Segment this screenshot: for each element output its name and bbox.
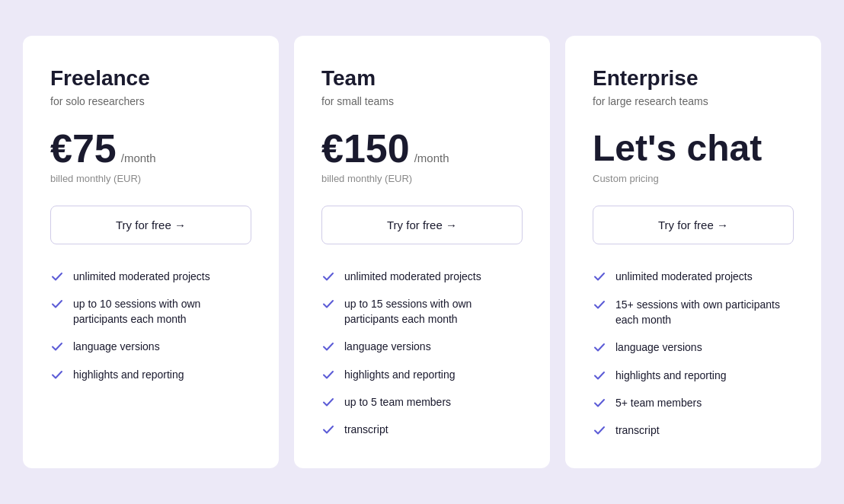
features-list: unlimited moderated projects up to 10 se…: [50, 269, 251, 382]
check-icon: [593, 368, 606, 382]
check-icon: [321, 340, 335, 353]
feature-item: language versions: [593, 340, 794, 355]
feature-text: highlights and reporting: [73, 367, 184, 382]
check-icon: [50, 340, 64, 353]
feature-text: unlimited moderated projects: [344, 269, 481, 284]
feature-item: highlights and reporting: [321, 367, 523, 382]
pricing-container: Freelancefor solo researchers€75/monthbi…: [15, 28, 829, 477]
feature-item: transcript: [593, 423, 794, 438]
plan-subtitle: for small teams: [321, 95, 523, 107]
plan-name: Team: [321, 66, 523, 91]
pricing-card-freelance: Freelancefor solo researchers€75/monthbi…: [23, 36, 279, 469]
price-period: /month: [121, 152, 156, 164]
feature-text: language versions: [344, 339, 431, 354]
check-icon: [593, 340, 606, 354]
price-billing: billed monthly (EUR): [50, 173, 251, 184]
custom-pricing-label: Custom pricing: [593, 173, 794, 184]
feature-text: up to 10 sessions with own participants …: [73, 296, 251, 327]
price-billing: billed monthly (EUR): [321, 173, 523, 184]
feature-item: language versions: [50, 339, 251, 354]
price-row: €75/month: [50, 129, 251, 168]
price-amount: €150: [321, 129, 410, 168]
feature-item: up to 15 sessions with own participants …: [321, 296, 523, 327]
feature-text: 15+ sessions with own participants each …: [615, 297, 794, 328]
price-period: /month: [414, 152, 449, 164]
plan-name: Enterprise: [593, 66, 794, 91]
plan-subtitle: for solo researchers: [50, 95, 251, 107]
check-icon: [321, 270, 335, 283]
feature-text: transcript: [615, 423, 660, 438]
check-icon: [593, 298, 606, 311]
plan-subtitle: for large research teams: [593, 95, 794, 107]
feature-item: unlimited moderated projects: [321, 269, 523, 284]
feature-text: up to 5 team members: [344, 394, 451, 410]
check-icon: [593, 396, 606, 410]
feature-item: unlimited moderated projects: [593, 269, 794, 284]
feature-text: unlimited moderated projects: [73, 269, 210, 284]
feature-text: up to 15 sessions with own participants …: [344, 296, 523, 327]
check-icon: [321, 297, 335, 311]
enterprise-price: Let's chat: [593, 129, 794, 169]
pricing-card-team: Teamfor small teams€150/monthbilled mont…: [294, 36, 550, 469]
check-icon: [321, 423, 335, 436]
try-free-button-team[interactable]: Try for free →: [321, 206, 523, 244]
check-icon: [50, 297, 64, 311]
features-list: unlimited moderated projects 15+ session…: [593, 269, 794, 438]
feature-text: transcript: [344, 422, 388, 437]
feature-text: language versions: [615, 340, 702, 355]
feature-item: 5+ team members: [593, 395, 794, 410]
feature-item: transcript: [321, 422, 523, 437]
feature-text: 5+ team members: [615, 395, 702, 410]
check-icon: [50, 368, 64, 381]
price-amount: €75: [50, 129, 117, 168]
check-icon: [321, 395, 335, 409]
feature-text: highlights and reporting: [344, 367, 456, 382]
feature-text: highlights and reporting: [615, 368, 727, 383]
check-icon: [50, 270, 64, 283]
feature-item: 15+ sessions with own participants each …: [593, 297, 794, 328]
check-icon: [593, 423, 606, 437]
feature-item: up to 10 sessions with own participants …: [50, 296, 251, 327]
plan-name: Freelance: [50, 66, 251, 91]
feature-item: language versions: [321, 339, 523, 354]
feature-text: language versions: [73, 339, 160, 354]
price-row: €150/month: [321, 129, 523, 168]
features-list: unlimited moderated projects up to 15 se…: [321, 269, 523, 438]
check-icon: [321, 368, 335, 381]
try-free-button-enterprise[interactable]: Try for free →: [593, 206, 794, 244]
try-free-button-freelance[interactable]: Try for free →: [50, 206, 251, 244]
pricing-card-enterprise: Enterprisefor large research teamsLet's …: [565, 36, 821, 469]
feature-item: up to 5 team members: [321, 394, 523, 410]
feature-item: unlimited moderated projects: [50, 269, 251, 284]
check-icon: [593, 270, 606, 283]
feature-text: unlimited moderated projects: [615, 269, 753, 284]
feature-item: highlights and reporting: [50, 367, 251, 382]
feature-item: highlights and reporting: [593, 368, 794, 383]
